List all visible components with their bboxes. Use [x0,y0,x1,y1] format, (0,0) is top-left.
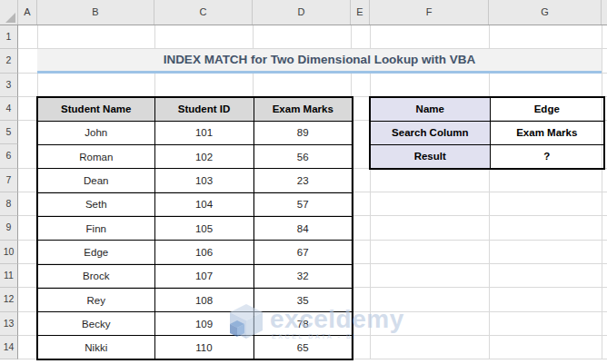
lookup-value[interactable]: ? [490,145,604,169]
cell-exam-marks[interactable]: 35 [254,288,353,311]
student-table: Student Name Student ID Exam Marks John1… [36,96,353,360]
header-student-name[interactable]: Student Name [37,97,154,121]
row-header-5[interactable]: 5 [0,121,18,144]
student-table-header-row: Student Name Student ID Exam Marks [37,97,353,121]
cell-student-id[interactable]: 104 [154,192,254,216]
gridline [602,25,602,359]
cell-student-id[interactable]: 107 [154,264,254,288]
row-header-7[interactable]: 7 [0,169,18,192]
row-header-1[interactable]: 1 [0,25,18,49]
student-row: John10189 [37,121,353,144]
row-header-6[interactable]: 6 [0,144,18,168]
lookup-table: NameEdgeSearch ColumnExam MarksResult? [369,96,605,170]
lookup-value[interactable]: Edge [490,97,604,121]
cell-student-name[interactable]: Brock [37,264,154,288]
cell-student-id[interactable]: 110 [154,336,254,359]
gridline [489,25,490,359]
excel-sheet: ABCDEFG 1234567891011121314 exceldemy EX… [0,0,607,364]
title-banner-cell[interactable]: INDEX MATCH for Two Dimensional Lookup w… [37,49,602,74]
cell-student-name[interactable]: Nikki [37,336,154,359]
student-row: Roman10256 [37,145,353,169]
column-header-C[interactable]: C [154,0,253,25]
header-exam-marks[interactable]: Exam Marks [254,97,353,121]
cell-exam-marks[interactable]: 89 [254,121,353,144]
student-row: Rey10835 [37,288,353,311]
select-all-corner[interactable] [0,0,18,25]
cell-student-name[interactable]: Seth [37,192,154,216]
row-header-9[interactable]: 9 [0,216,18,240]
cell-exam-marks[interactable]: 78 [254,312,353,336]
lookup-row: NameEdge [370,97,604,121]
lookup-row: Search ColumnExam Marks [370,121,604,144]
cell-exam-marks[interactable]: 57 [254,192,353,216]
column-header-E[interactable]: E [351,0,370,25]
student-row: Becky10978 [37,312,353,336]
row-header-8[interactable]: 8 [0,192,18,216]
cell-student-name[interactable]: Finn [37,216,154,240]
cell-exam-marks[interactable]: 32 [254,264,353,288]
cell-student-id[interactable]: 106 [154,241,254,264]
cell-student-name[interactable]: Dean [37,169,154,192]
cell-student-id[interactable]: 108 [154,288,254,311]
student-row: Brock10732 [37,264,353,288]
student-row: Finn10584 [37,216,353,240]
row-header-12[interactable]: 12 [0,288,18,311]
cell-student-id[interactable]: 103 [154,169,254,192]
lookup-label[interactable]: Search Column [370,121,490,144]
cell-student-name[interactable]: Edge [37,241,154,264]
cell-student-name[interactable]: Roman [37,145,154,169]
cell-student-id[interactable]: 109 [154,312,254,336]
cell-exam-marks[interactable]: 67 [254,241,353,264]
header-student-id[interactable]: Student ID [154,97,254,121]
cell-student-name[interactable]: John [37,121,154,144]
student-row: Edge10667 [37,241,353,264]
column-header-A[interactable]: A [18,0,37,25]
column-header-B[interactable]: B [37,0,154,25]
cell-student-id[interactable]: 101 [154,121,254,144]
lookup-label[interactable]: Result [370,145,490,169]
row-header-4[interactable]: 4 [0,97,18,121]
student-row: Seth10457 [37,192,353,216]
column-header-D[interactable]: D [253,0,351,25]
row-header-3[interactable]: 3 [0,74,18,97]
student-row: Dean10323 [37,169,353,192]
cell-exam-marks[interactable]: 84 [254,216,353,240]
row-header-13[interactable]: 13 [0,312,18,336]
cell-student-id[interactable]: 102 [154,145,254,169]
row-header-10[interactable]: 10 [0,241,18,264]
column-headers: ABCDEFG [0,0,607,25]
gridline [370,25,371,359]
row-header-2[interactable]: 2 [0,49,18,73]
column-header-F[interactable]: F [370,0,489,25]
row-headers: 1234567891011121314 [0,25,18,364]
cell-exam-marks[interactable]: 56 [254,145,353,169]
lookup-row: Result? [370,145,604,169]
row-header-14[interactable]: 14 [0,336,18,359]
cell-student-name[interactable]: Becky [37,312,154,336]
lookup-value[interactable]: Exam Marks [490,121,604,144]
cell-student-id[interactable]: 105 [154,216,254,240]
student-row: Nikki11065 [37,336,353,359]
lookup-label[interactable]: Name [370,97,490,121]
row-header-11[interactable]: 11 [0,264,18,288]
cell-student-name[interactable]: Rey [37,288,154,311]
column-header-G[interactable]: G [489,0,602,25]
cell-exam-marks[interactable]: 23 [254,169,353,192]
cell-exam-marks[interactable]: 65 [254,336,353,359]
